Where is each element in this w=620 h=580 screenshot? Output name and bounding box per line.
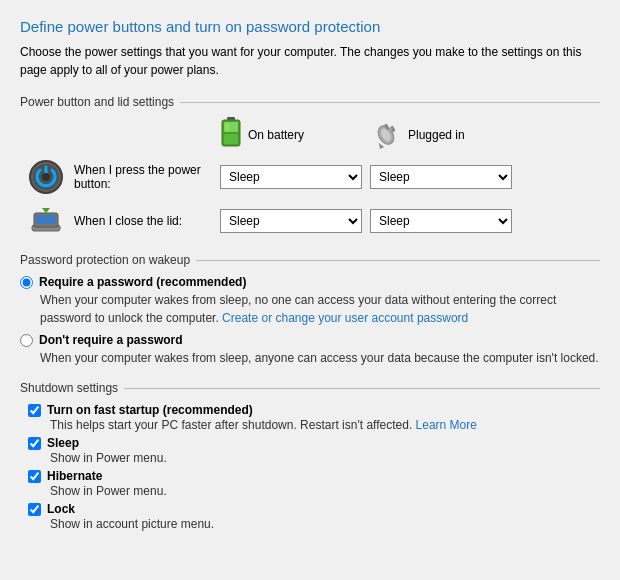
power-icon-svg	[28, 159, 64, 195]
power-button-battery-select[interactable]: Do nothing Sleep Hibernate Shut down Tur…	[220, 165, 362, 189]
no-password-desc: When your computer wakes from sleep, any…	[40, 349, 600, 367]
hibernate-label[interactable]: Hibernate	[28, 469, 600, 483]
hibernate-row: Hibernate Show in Power menu.	[20, 469, 600, 498]
hibernate-text: Hibernate	[47, 469, 102, 483]
plugged-in-header: Plugged in	[370, 121, 520, 149]
svg-rect-4	[225, 123, 229, 131]
fast-startup-row: Turn on fast startup (recommended) This …	[20, 403, 600, 432]
power-button-lid-section: Power button and lid settings On battery	[20, 95, 600, 239]
shutdown-header: Shutdown settings	[20, 381, 600, 395]
on-battery-label: On battery	[248, 128, 304, 142]
sleep-checkbox[interactable]	[28, 437, 41, 450]
sleep-desc: Show in Power menu.	[50, 451, 600, 465]
plug-icon	[370, 121, 402, 149]
no-password-option: Don't require a password When your compu…	[20, 333, 600, 367]
svg-marker-16	[42, 208, 50, 213]
require-password-option: Require a password (recommended) When yo…	[20, 275, 600, 327]
plugged-in-label: Plugged in	[408, 128, 465, 142]
password-protection-header: Password protection on wakeup	[20, 253, 600, 267]
power-button-row: When I press the power button: Do nothin…	[20, 159, 600, 195]
power-button-lid-header: Power button and lid settings	[20, 95, 600, 109]
close-lid-row: When I close the lid: Do nothing Sleep H…	[20, 203, 600, 239]
fast-startup-checkbox[interactable]	[28, 404, 41, 417]
svg-point-12	[42, 173, 50, 181]
fast-startup-desc: This helps start your PC faster after sh…	[50, 418, 600, 432]
svg-marker-9	[379, 143, 384, 149]
page-title: Define power buttons and turn on passwor…	[20, 18, 600, 35]
lock-desc: Show in account picture menu.	[50, 517, 600, 531]
close-lid-battery-select[interactable]: Do nothing Sleep Hibernate Shut down	[220, 209, 362, 233]
power-button-plugged-select[interactable]: Do nothing Sleep Hibernate Shut down Tur…	[370, 165, 512, 189]
sleep-row: Sleep Show in Power menu.	[20, 436, 600, 465]
fast-startup-text: Turn on fast startup (recommended)	[47, 403, 253, 417]
require-password-label[interactable]: Require a password (recommended)	[20, 275, 600, 289]
lock-label[interactable]: Lock	[28, 502, 600, 516]
power-button-label: When I press the power button:	[74, 163, 220, 191]
lock-row: Lock Show in account picture menu.	[20, 502, 600, 531]
require-password-desc: When your computer wakes from sleep, no …	[40, 291, 600, 327]
shutdown-section: Shutdown settings Turn on fast startup (…	[20, 381, 600, 531]
require-password-radio[interactable]	[20, 276, 33, 289]
page-description: Choose the power settings that you want …	[20, 43, 600, 79]
svg-rect-15	[36, 215, 56, 224]
close-lid-selects: Do nothing Sleep Hibernate Shut down Do …	[220, 209, 512, 233]
close-lid-icon	[28, 203, 64, 239]
sleep-text: Sleep	[47, 436, 79, 450]
lock-checkbox[interactable]	[28, 503, 41, 516]
column-headers: On battery Plugged in	[20, 117, 600, 153]
power-button-selects: Do nothing Sleep Hibernate Shut down Tur…	[220, 165, 512, 189]
on-battery-header: On battery	[220, 117, 370, 153]
power-button-icon	[28, 159, 64, 195]
battery-icon	[220, 117, 242, 153]
hibernate-desc: Show in Power menu.	[50, 484, 600, 498]
hibernate-checkbox[interactable]	[28, 470, 41, 483]
fast-startup-learn-more[interactable]: Learn More	[416, 418, 477, 432]
no-password-radio[interactable]	[20, 334, 33, 347]
no-password-label[interactable]: Don't require a password	[20, 333, 600, 347]
fast-startup-label[interactable]: Turn on fast startup (recommended)	[28, 403, 600, 417]
lid-icon-svg	[28, 203, 64, 239]
close-lid-label: When I close the lid:	[74, 214, 220, 228]
create-password-link[interactable]: Create or change your user account passw…	[222, 311, 468, 325]
require-password-text: Require a password (recommended)	[39, 275, 246, 289]
svg-rect-3	[224, 134, 238, 144]
sleep-label[interactable]: Sleep	[28, 436, 600, 450]
password-protection-section: Password protection on wakeup Require a …	[20, 253, 600, 367]
no-password-text: Don't require a password	[39, 333, 183, 347]
lock-text: Lock	[47, 502, 75, 516]
close-lid-plugged-select[interactable]: Do nothing Sleep Hibernate Shut down	[370, 209, 512, 233]
